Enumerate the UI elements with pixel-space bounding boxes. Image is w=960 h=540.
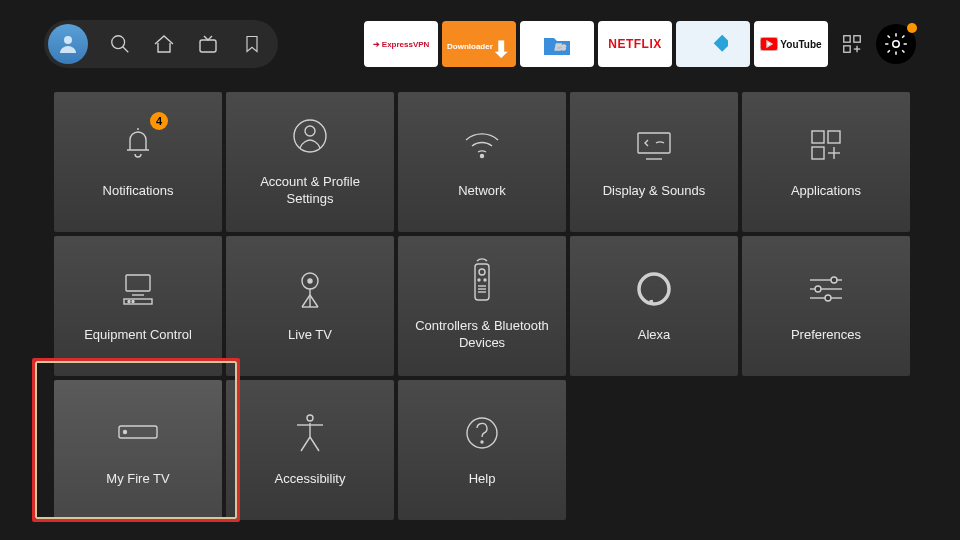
svg-rect-3 (200, 40, 216, 52)
tile-preferences[interactable]: Preferences (742, 236, 910, 376)
svg-line-33 (310, 295, 318, 307)
gear-icon (883, 31, 909, 57)
settings-button[interactable] (876, 24, 916, 64)
tile-label: Help (469, 471, 496, 488)
svg-line-2 (123, 47, 129, 53)
app-expressvpn[interactable]: ➔ ExpressVPN (364, 21, 438, 67)
app-youtube[interactable]: YouTube (754, 21, 828, 67)
svg-point-45 (815, 286, 821, 292)
svg-point-26 (128, 300, 130, 302)
app-esfile[interactable]: Es (520, 21, 594, 67)
tile-display[interactable]: Display & Sounds (570, 92, 738, 232)
tile-notifications[interactable]: 4 Notifications (54, 92, 222, 232)
antenna-icon (294, 269, 326, 309)
tile-help[interactable]: Help (398, 380, 566, 520)
live-icon[interactable] (196, 32, 220, 56)
equipment-icon (118, 269, 158, 309)
svg-point-41 (639, 274, 669, 304)
svg-rect-23 (126, 275, 150, 291)
tile-label: Applications (791, 183, 861, 200)
notifications-badge: 4 (150, 112, 168, 130)
tile-equipment[interactable]: Equipment Control (54, 236, 222, 376)
tile-label: Accessibility (275, 471, 346, 488)
tile-controllers[interactable]: Controllers & Bluetooth Devices (398, 236, 566, 376)
help-icon (464, 413, 500, 453)
tile-label: Controllers & Bluetooth Devices (408, 318, 556, 352)
apps-icon (808, 125, 844, 165)
svg-point-12 (893, 41, 900, 48)
selection-highlight (32, 358, 240, 522)
svg-point-14 (305, 126, 315, 136)
apps-grid-icon[interactable] (832, 21, 872, 67)
nav-pill (44, 20, 278, 68)
svg-point-47 (825, 295, 831, 301)
sliders-icon (806, 269, 846, 309)
tile-label: Display & Sounds (603, 183, 706, 200)
app-downloader[interactable]: Downloader ⬇ (442, 21, 516, 67)
tile-applications[interactable]: Applications (742, 92, 910, 232)
tile-label: Equipment Control (84, 327, 192, 344)
accessibility-icon (293, 413, 327, 453)
alexa-icon (636, 269, 672, 309)
notification-dot-icon (907, 23, 917, 33)
tile-label: Network (458, 183, 506, 200)
profile-avatar[interactable] (48, 24, 88, 64)
person-icon (292, 116, 328, 156)
tile-livetv[interactable]: Live TV (226, 236, 394, 376)
remote-icon (471, 260, 493, 300)
svg-point-56 (481, 441, 483, 443)
svg-line-54 (310, 437, 319, 451)
svg-rect-8 (854, 36, 860, 42)
svg-rect-18 (812, 131, 824, 143)
tile-account[interactable]: Account & Profile Settings (226, 92, 394, 232)
bookmark-icon[interactable] (240, 32, 264, 56)
tile-label: Live TV (288, 327, 332, 344)
svg-point-15 (481, 154, 484, 157)
svg-text:Es: Es (555, 42, 566, 52)
svg-point-37 (484, 279, 486, 281)
svg-point-36 (478, 279, 480, 281)
top-bar: ➔ ExpressVPN Downloader ⬇ Es NETFLIX You… (44, 20, 916, 68)
tile-label: Alexa (638, 327, 671, 344)
tile-network[interactable]: Network (398, 92, 566, 232)
svg-point-1 (112, 36, 125, 49)
svg-point-29 (308, 279, 312, 283)
svg-line-32 (302, 295, 310, 307)
svg-rect-19 (828, 131, 840, 143)
app-kodi[interactable] (676, 21, 750, 67)
search-icon[interactable] (108, 32, 132, 56)
svg-point-27 (132, 300, 134, 302)
svg-point-43 (831, 277, 837, 283)
svg-point-0 (64, 36, 72, 44)
bell-icon (121, 125, 155, 165)
svg-rect-7 (844, 36, 850, 42)
svg-point-35 (479, 269, 485, 275)
tile-label: Account & Profile Settings (236, 174, 384, 208)
tile-label: Preferences (791, 327, 861, 344)
tile-label: Notifications (103, 183, 174, 200)
svg-rect-20 (812, 147, 824, 159)
svg-rect-9 (844, 46, 850, 52)
svg-line-53 (301, 437, 310, 451)
tile-accessibility[interactable]: Accessibility (226, 380, 394, 520)
svg-rect-5 (714, 35, 728, 52)
app-shortcuts: ➔ ExpressVPN Downloader ⬇ Es NETFLIX You… (364, 21, 916, 67)
wifi-icon (462, 125, 502, 165)
app-netflix[interactable]: NETFLIX (598, 21, 672, 67)
home-icon[interactable] (152, 32, 176, 56)
svg-point-50 (307, 415, 313, 421)
tile-alexa[interactable]: Alexa (570, 236, 738, 376)
display-icon (634, 125, 674, 165)
svg-rect-16 (638, 133, 670, 153)
